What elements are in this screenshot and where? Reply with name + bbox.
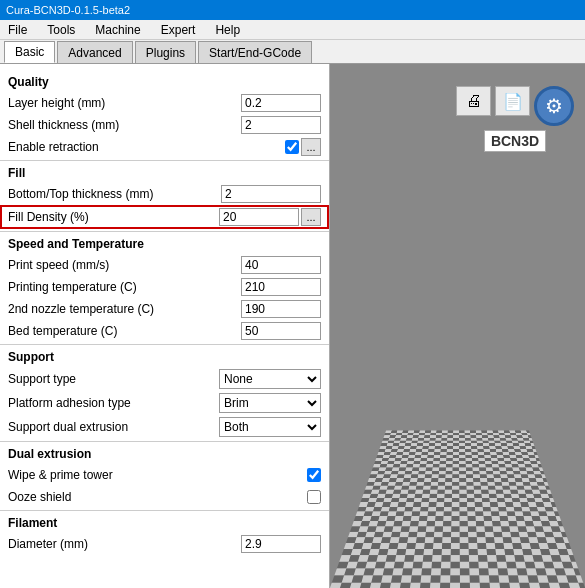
support-dual-extrusion-label: Support dual extrusion	[8, 420, 219, 434]
second-nozzle-temp-label: 2nd nozzle temperature (C)	[8, 302, 241, 316]
left-panel: Quality Layer height (mm) Shell thicknes…	[0, 64, 330, 588]
document-icon: 📄	[495, 86, 530, 116]
diameter-input[interactable]	[241, 535, 321, 553]
tab-basic[interactable]: Basic	[4, 41, 55, 63]
ooze-shield-row: Ooze shield	[0, 486, 329, 508]
diameter-label: Diameter (mm)	[8, 537, 241, 551]
bed-temp-input[interactable]	[241, 322, 321, 340]
section-filament-header: Filament	[0, 513, 329, 533]
printing-temp-input[interactable]	[241, 278, 321, 296]
section-dual-extrusion-header: Dual extrusion	[0, 444, 329, 464]
tab-start-end-gcode[interactable]: Start/End-GCode	[198, 41, 312, 63]
tab-advanced[interactable]: Advanced	[57, 41, 132, 63]
section-speed-header: Speed and Temperature	[0, 234, 329, 254]
support-type-select[interactable]: None Touching buildplate Everywhere	[219, 369, 321, 389]
printing-temp-label: Printing temperature (C)	[8, 280, 241, 294]
shell-thickness-row: Shell thickness (mm)	[0, 114, 329, 136]
fill-density-row: Fill Density (%) ...	[0, 205, 329, 229]
fill-density-input[interactable]	[219, 208, 299, 226]
section-quality-header: Quality	[0, 72, 329, 92]
wipe-prime-tower-label: Wipe & prime tower	[8, 468, 307, 482]
layer-height-label: Layer height (mm)	[8, 96, 241, 110]
platform-adhesion-select[interactable]: None Brim Raft	[219, 393, 321, 413]
scroll-container: Quality Layer height (mm) Shell thicknes…	[0, 64, 329, 561]
second-nozzle-temp-row: 2nd nozzle temperature (C)	[0, 298, 329, 320]
menu-expert[interactable]: Expert	[157, 21, 200, 39]
support-type-row: Support type None Touching buildplate Ev…	[0, 367, 329, 391]
3d-preview-surface	[330, 431, 585, 588]
logo-area: 🖨 📄 ⚙ BCN3D	[455, 74, 575, 164]
section-support-header: Support	[0, 347, 329, 367]
divider-speed	[0, 231, 329, 232]
enable-retraction-label: Enable retraction	[8, 140, 285, 154]
ooze-shield-checkbox[interactable]	[307, 490, 321, 504]
section-fill-header: Fill	[0, 163, 329, 183]
tab-bar: Basic Advanced Plugins Start/End-GCode	[0, 40, 585, 64]
fill-density-label: Fill Density (%)	[8, 210, 219, 224]
print-speed-row: Print speed (mm/s)	[0, 254, 329, 276]
shell-thickness-label: Shell thickness (mm)	[8, 118, 241, 132]
support-type-label: Support type	[8, 372, 219, 386]
enable-retraction-dots[interactable]: ...	[301, 138, 321, 156]
logo-icons: 🖨 📄 ⚙	[456, 86, 574, 126]
shell-thickness-input[interactable]	[241, 116, 321, 134]
divider-dual	[0, 441, 329, 442]
divider-support	[0, 344, 329, 345]
menu-tools[interactable]: Tools	[43, 21, 79, 39]
bottom-top-thickness-input[interactable]	[221, 185, 321, 203]
menu-help[interactable]: Help	[211, 21, 244, 39]
bcn3d-logo-text: BCN3D	[484, 130, 546, 152]
menu-bar: File Tools Machine Expert Help	[0, 20, 585, 40]
divider-filament	[0, 510, 329, 511]
menu-machine[interactable]: Machine	[91, 21, 144, 39]
printer-icon: 🖨	[456, 86, 491, 116]
print-speed-input[interactable]	[241, 256, 321, 274]
title-text: Cura-BCN3D-0.1.5-beta2	[6, 4, 130, 16]
right-panel: 🖨 📄 ⚙ BCN3D	[330, 64, 585, 588]
tab-plugins[interactable]: Plugins	[135, 41, 196, 63]
printing-temp-row: Printing temperature (C)	[0, 276, 329, 298]
diameter-row: Diameter (mm)	[0, 533, 329, 555]
main-content: Quality Layer height (mm) Shell thicknes…	[0, 64, 585, 588]
title-bar: Cura-BCN3D-0.1.5-beta2	[0, 0, 585, 20]
wipe-prime-tower-row: Wipe & prime tower	[0, 464, 329, 486]
gear-icon: ⚙	[534, 86, 574, 126]
wipe-prime-tower-checkbox[interactable]	[307, 468, 321, 482]
divider-fill	[0, 160, 329, 161]
menu-file[interactable]: File	[4, 21, 31, 39]
bed-temp-row: Bed temperature (C)	[0, 320, 329, 342]
platform-adhesion-label: Platform adhesion type	[8, 396, 219, 410]
layer-height-row: Layer height (mm)	[0, 92, 329, 114]
support-dual-extrusion-row: Support dual extrusion Both First extrud…	[0, 415, 329, 439]
layer-height-input[interactable]	[241, 94, 321, 112]
fill-density-dots[interactable]: ...	[301, 208, 321, 226]
ooze-shield-label: Ooze shield	[8, 490, 307, 504]
platform-adhesion-row: Platform adhesion type None Brim Raft	[0, 391, 329, 415]
print-speed-label: Print speed (mm/s)	[8, 258, 241, 272]
bottom-top-thickness-label: Bottom/Top thickness (mm)	[8, 187, 221, 201]
bed-temp-label: Bed temperature (C)	[8, 324, 241, 338]
second-nozzle-temp-input[interactable]	[241, 300, 321, 318]
enable-retraction-row: Enable retraction ...	[0, 136, 329, 158]
bottom-top-thickness-row: Bottom/Top thickness (mm)	[0, 183, 329, 205]
enable-retraction-checkbox[interactable]	[285, 140, 299, 154]
support-dual-extrusion-select[interactable]: Both First extruder Second extruder	[219, 417, 321, 437]
